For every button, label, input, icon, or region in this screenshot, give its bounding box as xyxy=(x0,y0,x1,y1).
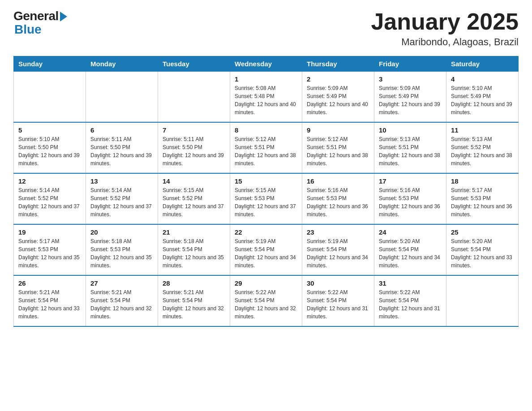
day-info: Sunrise: 5:16 AMSunset: 5:53 PMDaylight:… xyxy=(379,186,442,218)
calendar-day-cell: 3Sunrise: 5:09 AMSunset: 5:49 PMDaylight… xyxy=(374,72,446,123)
day-info: Sunrise: 5:22 AMSunset: 5:54 PMDaylight:… xyxy=(379,288,442,321)
day-info: Sunrise: 5:17 AMSunset: 5:53 PMDaylight:… xyxy=(18,237,81,270)
title-block: January 2025 Maribondo, Alagoas, Brazil xyxy=(371,9,519,48)
day-info: Sunrise: 5:16 AMSunset: 5:53 PMDaylight:… xyxy=(307,186,369,218)
calendar-day-cell: 13Sunrise: 5:14 AMSunset: 5:52 PMDayligh… xyxy=(86,173,158,224)
page-subtitle: Maribondo, Alagoas, Brazil xyxy=(371,36,519,48)
calendar-day-cell: 14Sunrise: 5:15 AMSunset: 5:52 PMDayligh… xyxy=(158,173,230,224)
calendar-day-cell: 7Sunrise: 5:11 AMSunset: 5:50 PMDaylight… xyxy=(158,122,230,173)
day-number: 6 xyxy=(90,126,153,134)
calendar-day-cell: 6Sunrise: 5:11 AMSunset: 5:50 PMDaylight… xyxy=(86,122,158,173)
calendar-day-cell: 26Sunrise: 5:21 AMSunset: 5:54 PMDayligh… xyxy=(14,275,86,326)
calendar-day-cell: 5Sunrise: 5:10 AMSunset: 5:50 PMDaylight… xyxy=(14,122,86,173)
calendar-day-header: Thursday xyxy=(302,56,374,72)
day-info: Sunrise: 5:14 AMSunset: 5:52 PMDaylight:… xyxy=(90,186,153,218)
calendar-day-cell: 11Sunrise: 5:13 AMSunset: 5:52 PMDayligh… xyxy=(446,122,519,173)
day-number: 12 xyxy=(18,177,81,185)
day-info: Sunrise: 5:12 AMSunset: 5:51 PMDaylight:… xyxy=(307,135,369,167)
day-number: 25 xyxy=(451,228,514,236)
day-info: Sunrise: 5:22 AMSunset: 5:54 PMDaylight:… xyxy=(235,288,297,321)
day-info: Sunrise: 5:18 AMSunset: 5:54 PMDaylight:… xyxy=(163,237,225,270)
day-info: Sunrise: 5:21 AMSunset: 5:54 PMDaylight:… xyxy=(163,288,225,321)
day-number: 20 xyxy=(90,228,153,236)
day-info: Sunrise: 5:20 AMSunset: 5:54 PMDaylight:… xyxy=(451,237,514,270)
calendar-day-cell: 1Sunrise: 5:08 AMSunset: 5:48 PMDaylight… xyxy=(230,72,302,123)
calendar-day-cell: 30Sunrise: 5:22 AMSunset: 5:54 PMDayligh… xyxy=(302,275,374,326)
calendar-day-header: Tuesday xyxy=(158,56,230,72)
day-info: Sunrise: 5:10 AMSunset: 5:50 PMDaylight:… xyxy=(18,135,81,167)
day-info: Sunrise: 5:19 AMSunset: 5:54 PMDaylight:… xyxy=(307,237,369,270)
calendar-day-cell: 27Sunrise: 5:21 AMSunset: 5:54 PMDayligh… xyxy=(86,275,158,326)
day-number: 17 xyxy=(379,177,442,185)
day-number: 31 xyxy=(379,279,442,287)
day-number: 13 xyxy=(90,177,153,185)
calendar-day-cell: 25Sunrise: 5:20 AMSunset: 5:54 PMDayligh… xyxy=(446,224,519,275)
calendar-day-header: Friday xyxy=(374,56,446,72)
day-info: Sunrise: 5:11 AMSunset: 5:50 PMDaylight:… xyxy=(90,135,153,167)
day-info: Sunrise: 5:12 AMSunset: 5:51 PMDaylight:… xyxy=(235,135,297,167)
day-number: 15 xyxy=(235,177,297,185)
calendar-day-cell xyxy=(446,275,519,326)
logo-blue-text: Blue xyxy=(14,23,42,36)
day-number: 3 xyxy=(379,75,442,83)
day-number: 4 xyxy=(451,75,514,83)
calendar-day-cell: 12Sunrise: 5:14 AMSunset: 5:52 PMDayligh… xyxy=(14,173,86,224)
calendar-day-cell: 19Sunrise: 5:17 AMSunset: 5:53 PMDayligh… xyxy=(14,224,86,275)
day-number: 18 xyxy=(451,177,514,185)
calendar-day-cell: 2Sunrise: 5:09 AMSunset: 5:49 PMDaylight… xyxy=(302,72,374,123)
calendar-week-row: 26Sunrise: 5:21 AMSunset: 5:54 PMDayligh… xyxy=(14,275,519,326)
day-number: 2 xyxy=(307,75,369,83)
day-number: 7 xyxy=(163,126,225,134)
calendar-day-cell: 29Sunrise: 5:22 AMSunset: 5:54 PMDayligh… xyxy=(230,275,302,326)
day-number: 29 xyxy=(235,279,297,287)
calendar-day-cell: 8Sunrise: 5:12 AMSunset: 5:51 PMDaylight… xyxy=(230,122,302,173)
day-number: 26 xyxy=(18,279,81,287)
day-number: 11 xyxy=(451,126,514,134)
calendar-day-cell: 4Sunrise: 5:10 AMSunset: 5:49 PMDaylight… xyxy=(446,72,519,123)
calendar-day-cell: 23Sunrise: 5:19 AMSunset: 5:54 PMDayligh… xyxy=(302,224,374,275)
day-number: 23 xyxy=(307,228,369,236)
calendar-day-header: Sunday xyxy=(14,56,86,72)
day-number: 30 xyxy=(307,279,369,287)
day-info: Sunrise: 5:13 AMSunset: 5:52 PMDaylight:… xyxy=(451,135,514,167)
day-info: Sunrise: 5:18 AMSunset: 5:53 PMDaylight:… xyxy=(90,237,153,270)
calendar-day-cell: 31Sunrise: 5:22 AMSunset: 5:54 PMDayligh… xyxy=(374,275,446,326)
day-info: Sunrise: 5:22 AMSunset: 5:54 PMDaylight:… xyxy=(307,288,369,321)
day-info: Sunrise: 5:11 AMSunset: 5:50 PMDaylight:… xyxy=(163,135,225,167)
logo-arrow-icon xyxy=(60,12,67,21)
logo-general-text: General xyxy=(13,9,59,23)
day-number: 19 xyxy=(18,228,81,236)
logo: General Blue xyxy=(13,9,67,36)
day-info: Sunrise: 5:21 AMSunset: 5:54 PMDaylight:… xyxy=(18,288,81,321)
day-info: Sunrise: 5:09 AMSunset: 5:49 PMDaylight:… xyxy=(379,84,442,116)
day-info: Sunrise: 5:20 AMSunset: 5:54 PMDaylight:… xyxy=(379,237,442,270)
day-number: 5 xyxy=(18,126,81,134)
day-info: Sunrise: 5:21 AMSunset: 5:54 PMDaylight:… xyxy=(90,288,153,321)
day-info: Sunrise: 5:15 AMSunset: 5:52 PMDaylight:… xyxy=(163,186,225,218)
day-number: 10 xyxy=(379,126,442,134)
calendar-week-row: 5Sunrise: 5:10 AMSunset: 5:50 PMDaylight… xyxy=(14,122,519,173)
calendar-day-cell: 21Sunrise: 5:18 AMSunset: 5:54 PMDayligh… xyxy=(158,224,230,275)
calendar-day-cell: 24Sunrise: 5:20 AMSunset: 5:54 PMDayligh… xyxy=(374,224,446,275)
day-number: 8 xyxy=(235,126,297,134)
day-number: 27 xyxy=(90,279,153,287)
calendar-day-cell: 17Sunrise: 5:16 AMSunset: 5:53 PMDayligh… xyxy=(374,173,446,224)
day-number: 28 xyxy=(163,279,225,287)
day-info: Sunrise: 5:08 AMSunset: 5:48 PMDaylight:… xyxy=(235,84,297,116)
day-info: Sunrise: 5:13 AMSunset: 5:51 PMDaylight:… xyxy=(379,135,442,167)
day-number: 9 xyxy=(307,126,369,134)
page-title: January 2025 xyxy=(371,9,519,34)
day-number: 24 xyxy=(379,228,442,236)
calendar-day-cell xyxy=(158,72,230,123)
day-number: 1 xyxy=(235,75,297,83)
calendar-week-row: 19Sunrise: 5:17 AMSunset: 5:53 PMDayligh… xyxy=(14,224,519,275)
day-number: 22 xyxy=(235,228,297,236)
day-number: 16 xyxy=(307,177,369,185)
calendar-table: SundayMondayTuesdayWednesdayThursdayFrid… xyxy=(13,56,519,327)
calendar-day-cell: 16Sunrise: 5:16 AMSunset: 5:53 PMDayligh… xyxy=(302,173,374,224)
calendar-day-cell: 9Sunrise: 5:12 AMSunset: 5:51 PMDaylight… xyxy=(302,122,374,173)
day-info: Sunrise: 5:09 AMSunset: 5:49 PMDaylight:… xyxy=(307,84,369,116)
calendar-day-cell: 18Sunrise: 5:17 AMSunset: 5:53 PMDayligh… xyxy=(446,173,519,224)
day-info: Sunrise: 5:17 AMSunset: 5:53 PMDaylight:… xyxy=(451,186,514,218)
calendar-day-cell xyxy=(14,72,86,123)
